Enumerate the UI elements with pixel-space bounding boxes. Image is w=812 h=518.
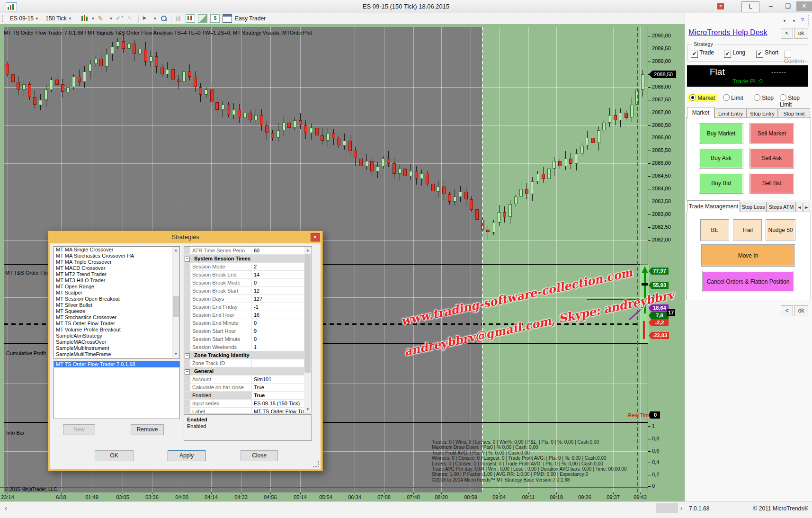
tab-trade-management[interactable]: Trade Management bbox=[687, 200, 740, 212]
property-row[interactable]: Input seriesES 09-15 (150 Tick) bbox=[184, 400, 304, 408]
strategy-list-scrollbar[interactable]: ▲ ▼ bbox=[172, 247, 179, 357]
panel-dropdown-icon-1[interactable]: ▼ bbox=[783, 19, 786, 23]
scroll-right-icon[interactable]: › bbox=[680, 504, 683, 512]
chart-area-icon[interactable] bbox=[198, 14, 207, 23]
strategy-list-item[interactable]: MT MACD Crossover bbox=[54, 265, 179, 271]
tab-stop-limit-entry[interactable]: Stop limit Entry bbox=[778, 108, 810, 118]
property-row[interactable]: EnabledTrue bbox=[184, 392, 304, 400]
strategy-list-item[interactable]: MT Silver Bullet bbox=[54, 302, 179, 308]
strategy-list-item[interactable]: MT MT3 HILO Trader bbox=[54, 277, 179, 284]
cursor-dropdown-caret[interactable]: ▼ bbox=[153, 17, 157, 21]
property-row[interactable]: Session End Friday-1 bbox=[184, 303, 304, 311]
property-row[interactable]: Session Days127 bbox=[184, 295, 304, 303]
property-row[interactable]: Session End Hour16 bbox=[184, 311, 304, 319]
minimize-button[interactable]: – bbox=[763, 1, 778, 11]
property-row[interactable]: Zone Track ID bbox=[184, 359, 304, 367]
strategy-list-item[interactable]: MT Open Range bbox=[54, 284, 179, 290]
property-category[interactable]: −General bbox=[184, 367, 304, 375]
order-type-market-radio[interactable]: Market bbox=[687, 94, 717, 102]
strategy-list-item[interactable]: SampleAtmStrategy bbox=[54, 333, 179, 339]
cursor-icon[interactable]: ➤ bbox=[142, 15, 150, 22]
chart-candles-icon[interactable] bbox=[186, 14, 195, 23]
instrument-selector[interactable]: ES 09-15▼ bbox=[8, 15, 41, 22]
property-category[interactable]: −Zone Tracking Identity bbox=[184, 351, 304, 359]
property-row[interactable]: AccountSim101 bbox=[184, 375, 304, 384]
long-checkbox[interactable]: ✔ Long bbox=[724, 49, 745, 58]
confirm-checkbox[interactable]: ✔ Confirm bbox=[784, 49, 808, 64]
strategy-list-item[interactable]: SampleMACrossOver bbox=[54, 339, 179, 345]
tab-stop-loss[interactable]: Stop Loss bbox=[740, 202, 767, 212]
ok-button[interactable]: OK bbox=[95, 450, 134, 461]
scroll-left-icon[interactable]: ‹ bbox=[5, 504, 7, 512]
tab-stop-entry[interactable]: Stop Entry bbox=[747, 108, 778, 118]
pencil-dropdown-caret[interactable]: ▼ bbox=[109, 17, 113, 21]
candles-dropdown-caret[interactable]: ▼ bbox=[91, 17, 95, 21]
tab-scroll-left-icon[interactable]: ◄ bbox=[796, 203, 803, 212]
panel-ok-button-top[interactable]: ok bbox=[794, 28, 808, 39]
property-row[interactable]: Calculate on bar closeTrue bbox=[184, 384, 304, 392]
help-icon[interactable]: ? bbox=[801, 17, 804, 24]
nudge-button[interactable]: Nudge 50 bbox=[766, 219, 795, 241]
strategy-list-item[interactable]: MT TS Order Flow Trader bbox=[54, 321, 179, 327]
trail-button[interactable]: Trail bbox=[733, 219, 762, 241]
be-button[interactable]: BE bbox=[700, 219, 729, 241]
sell-bid-button[interactable]: Sell Bid bbox=[750, 173, 794, 194]
order-type-limit-radio[interactable]: Limit bbox=[723, 94, 743, 101]
tab-scroll-right-icon[interactable]: ► bbox=[803, 203, 810, 212]
pointer-add-icon[interactable]: ➶+ bbox=[116, 15, 124, 22]
l-button[interactable]: L bbox=[741, 1, 759, 12]
close-dialog-button[interactable]: Close bbox=[241, 450, 278, 461]
strategy-list-item[interactable]: MT Scalper bbox=[54, 290, 179, 296]
titlebar-red-x-icon[interactable]: ✕ bbox=[717, 3, 724, 9]
strategy-list-item[interactable]: MT Volume Profile Breakout bbox=[54, 327, 179, 333]
tab-stops-atm[interactable]: Stops ATM bbox=[767, 202, 796, 212]
panel-dropdown-icon-2[interactable]: ▼ bbox=[792, 19, 796, 23]
property-row[interactable]: ATR Time Series Perio60 bbox=[184, 247, 304, 255]
strategy-list-item[interactable]: MT MA Stochastics Crossover HA bbox=[54, 253, 179, 259]
cancel-flatten-button[interactable]: Cancel Orders & Flatten Position bbox=[702, 271, 794, 292]
dialog-resize-grip[interactable] bbox=[313, 461, 319, 467]
property-row[interactable]: Session Start Minute0 bbox=[184, 335, 304, 343]
panel-grip[interactable] bbox=[808, 15, 810, 26]
candles-icon[interactable] bbox=[80, 15, 89, 22]
buy-bid-button[interactable]: Buy Bid bbox=[699, 173, 743, 194]
buy-ask-button[interactable]: Buy Ask bbox=[699, 148, 743, 169]
property-row[interactable]: Session Weekends1 bbox=[184, 343, 304, 351]
buy-market-button[interactable]: Buy Market bbox=[699, 123, 743, 144]
order-type-stop-radio[interactable]: Stop bbox=[754, 94, 774, 101]
property-row[interactable]: Session Break End14 bbox=[184, 271, 304, 279]
maximize-button[interactable]: ❑ bbox=[780, 1, 795, 11]
strategy-list-item[interactable]: MT MA Single Crossover bbox=[54, 247, 179, 253]
active-strategy-item[interactable]: MT TS Order Flow Trader 7.0.1.68 bbox=[54, 361, 179, 367]
tab-limit-entry[interactable]: Limit Entry bbox=[714, 108, 747, 118]
panel-ok-button-bottom[interactable]: ok bbox=[794, 305, 808, 316]
short-checkbox[interactable]: ✔ Short bbox=[756, 49, 778, 58]
move-in-button[interactable]: Move In bbox=[701, 244, 795, 267]
dialog-title[interactable]: Strategies bbox=[48, 231, 322, 243]
pencil-icon[interactable]: ✎ bbox=[98, 15, 107, 22]
apply-button[interactable]: Apply bbox=[168, 450, 205, 461]
property-row[interactable]: Session Break Mode0 bbox=[184, 279, 304, 287]
interval-selector[interactable]: 150 Tick▼ bbox=[44, 15, 74, 22]
remove-button[interactable]: Remove bbox=[131, 424, 164, 435]
dollar-icon[interactable]: $ bbox=[210, 14, 220, 23]
order-type-stoplimit-radio[interactable]: Stop Limit bbox=[780, 94, 812, 108]
property-row[interactable]: LabelMT TS Order Flow Tra bbox=[184, 408, 304, 413]
sell-ask-button[interactable]: Sell Ask bbox=[750, 148, 794, 169]
zoom-icon[interactable] bbox=[160, 15, 168, 22]
toolbar-grip[interactable] bbox=[2, 15, 5, 22]
strategy-list-item[interactable]: MT MA Triple Crossover bbox=[54, 259, 179, 265]
strategy-list-item[interactable]: MT Session Open Breakout bbox=[54, 296, 179, 302]
property-row[interactable]: Session Start Hour9 bbox=[184, 327, 304, 335]
panel-back-button-2[interactable]: < bbox=[781, 305, 793, 316]
trade-checkbox[interactable]: ✔ Trade bbox=[691, 49, 714, 58]
help-desk-link[interactable]: MicroTrends Help Desk bbox=[688, 28, 767, 37]
property-category[interactable]: −System Session Times bbox=[184, 255, 304, 263]
time-axis[interactable]: 23:146/1801:4903:0503:3604:0004:1404:330… bbox=[0, 492, 685, 501]
new-button[interactable]: New bbox=[63, 424, 95, 435]
scrollbar-thumb[interactable] bbox=[656, 503, 678, 513]
dialog-close-icon[interactable]: ✕ bbox=[311, 233, 320, 241]
property-grid-scrollbar[interactable]: ▲ ▼ bbox=[304, 246, 312, 413]
strategy-list-item[interactable]: SampleMultiTimeFrame bbox=[54, 351, 179, 357]
sell-market-button[interactable]: Sell Market bbox=[750, 123, 794, 144]
